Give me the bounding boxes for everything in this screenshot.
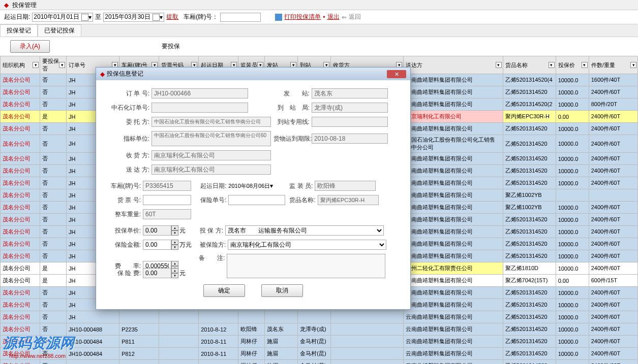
column-header[interactable]: 货品名称▾	[503, 56, 556, 74]
column-filter-icon[interactable]: ▾	[496, 62, 502, 68]
table-row[interactable]: 茂名分公司否JH云南曲靖塑料集团有限公司乙烯520131452010000.02…	[1, 311, 638, 323]
column-header[interactable]: 送达方▾	[404, 56, 503, 74]
whole-weight-input[interactable]	[143, 209, 191, 219]
table-cell: 是	[40, 262, 67, 275]
column-header[interactable]: 要投保否▾	[40, 56, 67, 74]
supervisor-input[interactable]	[315, 181, 376, 191]
car-number-input[interactable]	[220, 13, 261, 22]
table-cell: 乙烯5201314520	[503, 153, 556, 165]
product-name-input[interactable]	[318, 195, 379, 205]
table-cell: 乙烯5201314520	[503, 311, 556, 323]
calendar-icon[interactable]	[153, 14, 160, 21]
table-cell: 茂名东	[265, 323, 298, 336]
diamond-icon: ◆	[100, 71, 105, 78]
table-cell: 10000.0	[556, 74, 589, 86]
column-filter-icon[interactable]: ▾	[33, 62, 39, 68]
spin-down-icon[interactable]: ▼	[171, 273, 178, 278]
table-cell: 10000.0	[556, 311, 589, 323]
table-cell: 2010-8-11	[199, 336, 238, 348]
table-cell: 云南曲靖塑料集团有限公司	[404, 74, 503, 86]
car-no-input[interactable]	[143, 181, 191, 191]
indicator-input[interactable]: 中国石油化工股份有限公司化工销售华南分公司60	[151, 131, 271, 146]
sinopec-order-input[interactable]	[151, 103, 248, 113]
sender-input[interactable]	[151, 164, 271, 175]
tab-register[interactable]: 投保登记	[0, 24, 38, 37]
table-cell: 乙烯5201314520	[503, 238, 556, 250]
column-filter-icon[interactable]: ▾	[582, 62, 588, 68]
table-cell: 否	[40, 98, 67, 111]
policy-no-input[interactable]	[228, 195, 285, 205]
calendar-icon[interactable]	[81, 14, 88, 21]
receiver-input[interactable]	[151, 150, 271, 160]
spin-up-icon[interactable]: ▲	[171, 225, 178, 230]
column-header[interactable]: 组织机构▾	[1, 56, 40, 74]
tab-registered[interactable]: 已登记投保	[38, 24, 81, 37]
table-row[interactable]: 茂名分公司否JH10-000488P22352010-8-12欧阳锋茂名东龙潭寺…	[1, 323, 638, 336]
table-cell: 乙烯5201314520	[503, 226, 556, 238]
column-filter-icon[interactable]: ▾	[59, 62, 65, 68]
column-header[interactable]: 投保价▾	[556, 56, 589, 74]
ok-button[interactable]: 确定	[203, 284, 245, 297]
table-cell: 否	[40, 86, 67, 98]
insure-amount-spinner[interactable]: ▲▼	[143, 240, 178, 250]
spin-up-icon[interactable]: ▲	[171, 268, 178, 273]
table-cell: 2400件/60T	[589, 360, 637, 365]
table-cell: JH10-000484	[67, 348, 119, 360]
spin-down-icon[interactable]: ▼	[171, 245, 178, 250]
table-cell: 茂名分公司	[1, 135, 40, 153]
table-cell: 10000.0	[556, 348, 589, 360]
entrust-input[interactable]	[151, 117, 271, 127]
spin-down-icon[interactable]: ▼	[171, 230, 178, 236]
insured-select[interactable]: 南京瑞利化工有限公司	[228, 240, 386, 250]
table-cell: P2235	[119, 323, 159, 336]
from-station-input[interactable]	[312, 88, 388, 98]
special-line-input[interactable]	[312, 117, 388, 127]
table-cell	[331, 323, 404, 336]
ticket-no-input[interactable]	[143, 195, 191, 205]
table-cell: 乙烯5201314520	[503, 299, 556, 311]
insurer-select[interactable]: 茂名市 运输服务有限公司	[225, 225, 384, 236]
table-cell: 周林仔	[238, 360, 265, 365]
exit-link[interactable]: 退出	[327, 13, 340, 21]
table-cell: 云南曲靖塑料集团有限公司	[404, 165, 503, 177]
table-cell: 乙烯5201314520(2	[503, 98, 556, 111]
print-link[interactable]: 打印投保清单	[284, 13, 321, 21]
table-cell: 600件/15T	[589, 275, 637, 287]
insure-price-spinner[interactable]: ▲▼	[143, 225, 178, 236]
close-button[interactable]: ✕	[387, 70, 406, 78]
cargo-deadline-input[interactable]	[312, 134, 388, 144]
table-cell: 否	[40, 214, 67, 226]
to-station-input[interactable]	[312, 103, 388, 113]
table-row[interactable]: 茂名分公司否JH10-000484P8112010-8-11周林仔施眉金马村(昆…	[1, 336, 638, 348]
fee-spinner[interactable]: ▲▼	[143, 268, 178, 278]
table-row[interactable]: 茂名分公司否JH10-000484P8122010-8-11周林仔施眉金马村(昆…	[1, 348, 638, 360]
table-cell: 否	[40, 123, 67, 135]
column-filter-icon[interactable]: ▾	[549, 62, 555, 68]
remark-textarea[interactable]	[227, 254, 385, 278]
need-insure-label: 要投保	[162, 42, 180, 51]
table-cell: 茂名分公司	[1, 123, 40, 135]
table-cell: 否	[40, 287, 67, 299]
table-row[interactable]: 茂名分公司否JH10-000484P8132010-8-11周林仔施眉金马村(昆…	[1, 360, 638, 365]
spin-up-icon[interactable]: ▲	[171, 240, 178, 245]
end-date-input[interactable]: 2015年03月30日 ▾	[103, 13, 164, 22]
table-cell	[265, 311, 298, 323]
column-filter-icon[interactable]: ▾	[630, 62, 636, 68]
column-header[interactable]: 件数/重量▾	[589, 56, 637, 74]
remark-label: 备 注:	[199, 254, 227, 262]
depart-date-input[interactable]: 2010年08月06日▾	[228, 182, 285, 190]
table-cell: 云南曲靖塑料集团有限公司	[404, 360, 503, 365]
table-cell: 10000.0	[556, 123, 589, 135]
unit-yuan: 元	[179, 226, 186, 235]
table-cell	[556, 189, 589, 202]
entry-button[interactable]: 录入(A)	[10, 40, 50, 53]
cancel-button[interactable]: 取消	[261, 284, 303, 297]
back-link[interactable]: 返回	[349, 13, 361, 21]
start-date-input[interactable]: 2010年01月01日 ▾	[32, 13, 93, 22]
table-cell: 2010-8-12	[199, 323, 238, 336]
extract-link[interactable]: 提取	[166, 13, 178, 21]
spin-up-icon[interactable]: ▲	[171, 261, 178, 266]
table-cell: P812	[119, 348, 159, 360]
order-no-input[interactable]	[151, 88, 248, 98]
table-cell: 聚乙烯7042(15T)	[503, 275, 556, 287]
